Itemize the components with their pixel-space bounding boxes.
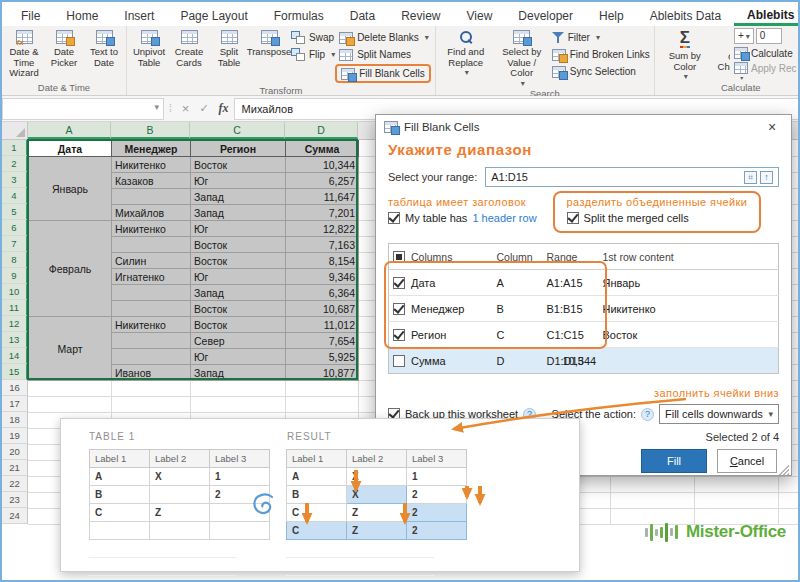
region-cell[interactable]: Запад	[191, 365, 286, 381]
row-header-11[interactable]: 11	[2, 300, 28, 316]
select-range-icon[interactable]: ⌗	[744, 171, 757, 184]
manager-cell[interactable]	[112, 349, 191, 365]
amount-cell[interactable]: 10,344	[286, 157, 359, 173]
row-header-2[interactable]: 2	[2, 156, 28, 172]
region-cell[interactable]: Север	[191, 333, 286, 349]
tab-review[interactable]: Review	[388, 5, 453, 26]
row-header-16[interactable]: 16	[2, 380, 28, 396]
row-header-3[interactable]: 3	[2, 172, 28, 188]
row-header-5[interactable]: 5	[2, 204, 28, 220]
header-row-checkbox-row[interactable]: My table has 1 header row	[388, 212, 537, 224]
amount-cell[interactable]: 10,877	[286, 365, 359, 381]
row-header-23[interactable]: 23	[2, 492, 28, 508]
amount-cell[interactable]: 6,257	[286, 173, 359, 189]
column-checkbox[interactable]	[393, 329, 405, 341]
region-cell[interactable]: Юг	[191, 269, 286, 285]
column-checkbox[interactable]	[393, 303, 405, 315]
header-row-link[interactable]: 1 header row	[472, 212, 536, 224]
region-cell[interactable]: Запад	[191, 189, 286, 205]
header-row-checkbox[interactable]	[388, 212, 400, 224]
sum-by-color-button[interactable]: Σ Sum by Color	[657, 26, 713, 81]
row-header-1[interactable]: 1	[2, 140, 28, 156]
columns-table[interactable]: Columns Column Range 1st row content Дат…	[388, 243, 779, 374]
tab-home[interactable]: Home	[53, 5, 111, 26]
column-name-cell[interactable]: Сумма	[389, 348, 493, 374]
manager-cell[interactable]	[112, 189, 191, 205]
column-header-C[interactable]: C	[190, 122, 285, 139]
column-name-cell[interactable]: Регион	[389, 322, 493, 348]
tab-data[interactable]: Data	[337, 5, 388, 26]
column-header-D[interactable]: D	[285, 122, 358, 139]
tab-ablebits-tools[interactable]: Ablebits Tools	[734, 4, 800, 26]
row-header-18[interactable]: 18	[2, 412, 28, 428]
unpivot-table-button[interactable]: Unpivot Table	[129, 26, 169, 68]
region-cell[interactable]: Восток	[191, 317, 286, 333]
select-all-columns-checkbox[interactable]	[393, 251, 405, 263]
find-broken-links-button[interactable]: Find Broken Links	[552, 47, 650, 62]
dialog-column-row[interactable]: РегионCC1:C15Восток	[389, 322, 779, 348]
row-header-14[interactable]: 14	[2, 348, 28, 364]
dialog-column-row[interactable]: СуммаDD1:D1510,344	[389, 348, 779, 374]
table-row[interactable]: ФевральНикитенкоЮг12,822	[29, 221, 359, 237]
operator-select[interactable]: +	[734, 28, 754, 44]
tab-ablebits-data[interactable]: Ablebits Data	[637, 5, 734, 26]
amount-cell[interactable]: 7,654	[286, 333, 359, 349]
manager-cell[interactable]	[112, 333, 191, 349]
manager-cell[interactable]: Михайлов	[112, 205, 191, 221]
row-header-22[interactable]: 22	[2, 476, 28, 492]
close-icon[interactable]	[761, 119, 783, 135]
tab-file[interactable]: File	[8, 5, 53, 26]
delete-blanks-button[interactable]: Delete Blanks	[339, 30, 431, 45]
tab-formulas[interactable]: Formulas	[261, 5, 337, 26]
split-merged-checkbox[interactable]	[567, 212, 579, 224]
range-input[interactable]: A1:D15 ⌗ ↑	[485, 167, 779, 187]
manager-cell[interactable]: Никитенко	[112, 221, 191, 237]
dialog-column-row[interactable]: ДатаAA1:A15Январь	[389, 270, 779, 296]
row-header-9[interactable]: 9	[2, 268, 28, 284]
column-header-B[interactable]: B	[111, 122, 190, 139]
split-names-button[interactable]: Split Names	[339, 47, 431, 62]
column-checkbox[interactable]	[393, 355, 405, 367]
row-header-12[interactable]: 12	[2, 316, 28, 332]
manager-cell[interactable]	[112, 301, 191, 317]
transpose-button[interactable]: Transpose	[249, 26, 289, 58]
header-cell[interactable]: Менеджер	[112, 141, 191, 157]
row-header-10[interactable]: 10	[2, 284, 28, 300]
tab-view[interactable]: View	[454, 5, 506, 26]
row-header-6[interactable]: 6	[2, 220, 28, 236]
row-header-19[interactable]: 19	[2, 428, 28, 444]
select-all-corner[interactable]	[2, 122, 28, 139]
name-box[interactable]	[2, 98, 164, 120]
date-picker-button[interactable]: Date Picker	[44, 26, 84, 68]
tab-page-layout[interactable]: Page Layout	[167, 5, 260, 26]
flip-button[interactable]: Flip	[291, 47, 335, 62]
manager-cell[interactable]	[112, 285, 191, 301]
fill-button[interactable]: Fill	[641, 449, 707, 473]
column-checkbox[interactable]	[393, 277, 405, 289]
manager-cell[interactable]: Иванов	[112, 365, 191, 381]
row-header-15[interactable]: 15	[2, 364, 28, 380]
header-cell[interactable]: Регион	[191, 141, 286, 157]
manager-cell[interactable]: Никитенко	[112, 157, 191, 173]
amount-cell[interactable]: 10,687	[286, 301, 359, 317]
tab-insert[interactable]: Insert	[111, 5, 167, 26]
amount-cell[interactable]: 9,346	[286, 269, 359, 285]
table-row[interactable]: МартНикитенкоВосток11,012	[29, 317, 359, 333]
table-row[interactable]: ЯнварьНикитенкоВосток10,344	[29, 157, 359, 173]
text-to-date-button[interactable]: Text to Date	[84, 26, 124, 68]
amount-cell[interactable]: 6,364	[286, 285, 359, 301]
row-header-4[interactable]: 4	[2, 188, 28, 204]
region-cell[interactable]: Восток	[191, 157, 286, 173]
split-table-button[interactable]: Split Table	[209, 26, 249, 68]
manager-cell[interactable]: Никитенко	[112, 317, 191, 333]
amount-cell[interactable]: 7,163	[286, 237, 359, 253]
amount-cell[interactable]: 11,012	[286, 317, 359, 333]
row-header-24[interactable]: 24	[2, 508, 28, 524]
swap-button[interactable]: Swap	[291, 30, 335, 45]
table-header-row[interactable]: ДатаМенеджерРегионСумма	[29, 141, 359, 157]
tab-developer[interactable]: Developer	[505, 5, 586, 26]
row-header-17[interactable]: 17	[2, 396, 28, 412]
region-cell[interactable]: Юг	[191, 173, 286, 189]
region-cell[interactable]: Запад	[191, 285, 286, 301]
filter-button[interactable]: Filter	[552, 30, 650, 45]
